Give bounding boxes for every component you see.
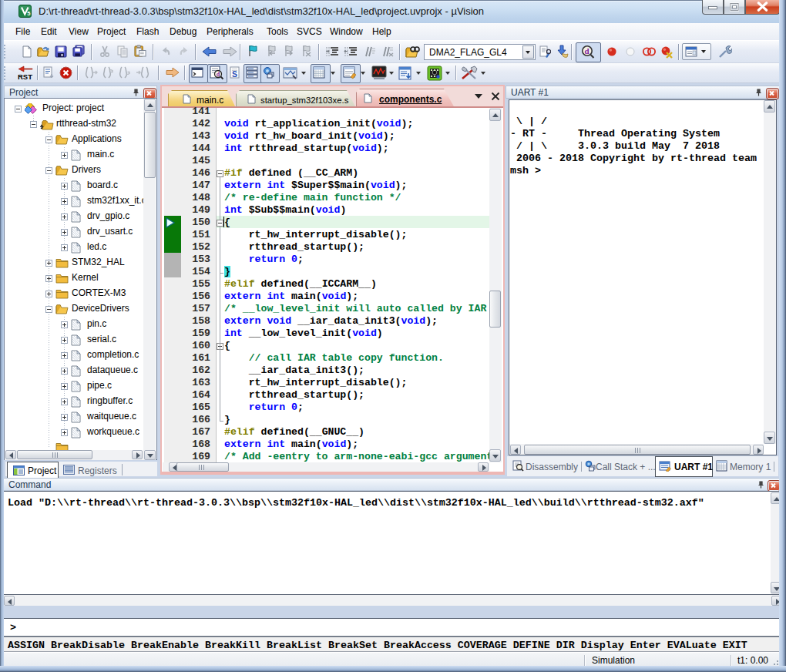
svg-text:d: d [585,46,590,55]
svg-text:d: d [217,71,220,78]
svg-text:RST: RST [18,72,32,81]
svg-text:S: S [232,69,237,79]
svg-text:5: 5 [27,10,30,17]
